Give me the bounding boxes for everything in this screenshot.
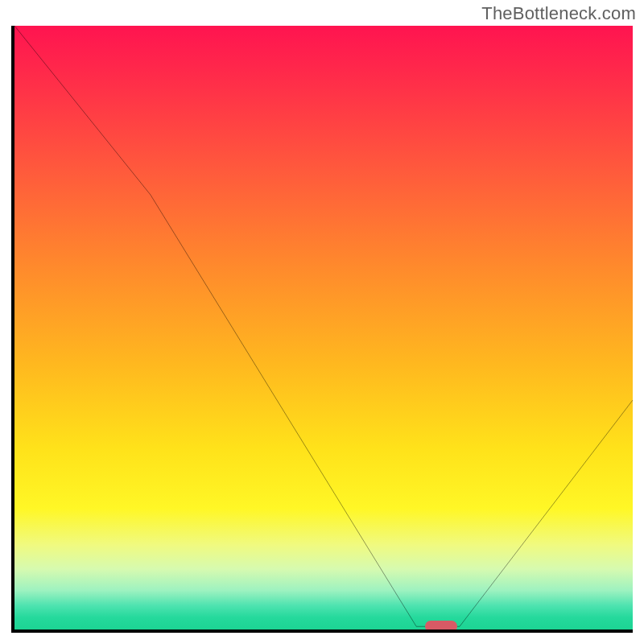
chart-container: TheBottleneck.com <box>0 0 644 644</box>
bottleneck-curve <box>14 26 633 630</box>
plot-area <box>11 26 633 633</box>
optimal-marker <box>425 621 457 632</box>
watermark-label: TheBottleneck.com <box>481 3 636 24</box>
